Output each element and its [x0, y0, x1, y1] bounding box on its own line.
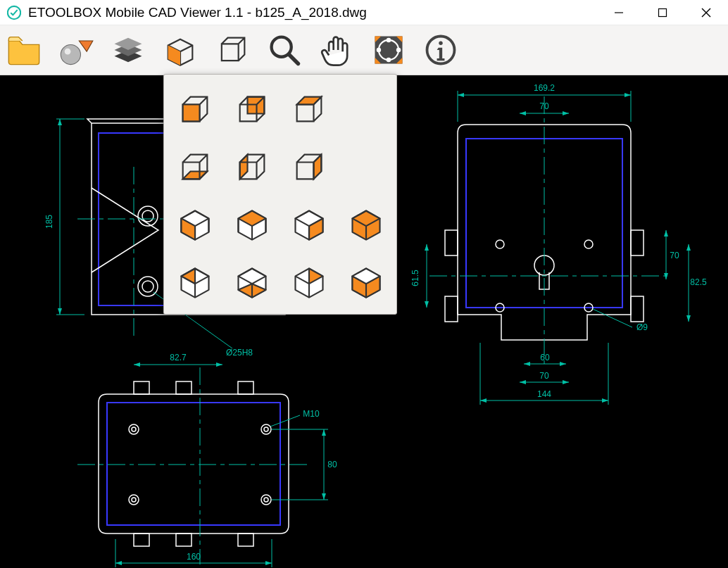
svg-rect-37	[631, 296, 644, 322]
window-title: ETOOLBOX Mobile CAD Viewer 1.1 - b125_A_…	[28, 5, 367, 20]
svg-point-11	[387, 58, 391, 63]
svg-rect-56	[238, 381, 253, 394]
dim-label: 80	[327, 460, 337, 469]
view-option-top[interactable]	[282, 82, 335, 137]
svg-line-71	[270, 415, 300, 427]
view-iso-se[interactable]	[282, 255, 335, 310]
layers-button[interactable]	[107, 29, 149, 71]
view-iso-nw[interactable]	[168, 197, 221, 252]
iso-views-popup	[163, 74, 397, 315]
view-option-back[interactable]	[225, 82, 278, 137]
sphere-icon	[58, 32, 94, 68]
svg-rect-57	[134, 534, 149, 546]
svg-point-19	[142, 210, 153, 222]
cube-wire-icon	[214, 32, 251, 68]
svg-point-15	[439, 42, 442, 45]
toolbar	[0, 25, 728, 75]
svg-point-63	[264, 427, 268, 431]
dim-label: 144	[537, 389, 551, 399]
iso-views-button[interactable]	[211, 29, 253, 71]
hand-icon	[318, 32, 355, 68]
close-button[interactable]	[684, 0, 728, 25]
dim-label: 185	[44, 215, 54, 229]
view-iso-n[interactable]	[225, 197, 278, 252]
dim-label: 82.5	[690, 277, 707, 287]
orbit-button[interactable]	[368, 29, 410, 71]
svg-point-21	[142, 281, 153, 292]
svg-point-30	[584, 240, 593, 248]
svg-point-67	[264, 498, 268, 502]
open-file-button[interactable]	[3, 29, 45, 71]
view-option-bottom[interactable]	[168, 139, 221, 194]
svg-rect-36	[445, 296, 458, 322]
svg-point-5	[61, 44, 80, 64]
svg-point-65	[132, 498, 136, 502]
3d-view-button[interactable]	[159, 29, 201, 71]
render-mode-button[interactable]	[55, 29, 97, 71]
view-iso-ne[interactable]	[282, 197, 335, 252]
info-button[interactable]	[420, 29, 462, 71]
view-option-right[interactable]	[282, 139, 335, 194]
dim-label: 60	[540, 353, 550, 362]
view-option-front[interactable]	[168, 82, 221, 137]
pan-button[interactable]	[315, 29, 358, 71]
svg-point-12	[377, 48, 382, 53]
view-iso-s[interactable]	[225, 255, 278, 310]
svg-rect-35	[631, 230, 644, 255]
view-option-left[interactable]	[225, 139, 278, 194]
dim-label: 70	[670, 251, 679, 260]
svg-rect-34	[445, 230, 458, 255]
view-iso-full[interactable]	[339, 197, 392, 252]
dim-label: 70	[539, 371, 549, 381]
svg-point-62	[261, 424, 271, 434]
titlebar: ETOOLBOX Mobile CAD Viewer 1.1 - b125_A_…	[0, 0, 728, 25]
dim-label: 160	[187, 552, 201, 562]
view-iso-e[interactable]	[339, 255, 392, 310]
maximize-button[interactable]	[641, 0, 684, 25]
app-icon	[7, 6, 21, 20]
svg-point-10	[387, 38, 391, 43]
svg-point-64	[129, 495, 139, 505]
dim-label: M10	[303, 409, 320, 419]
view-iso-sw[interactable]	[168, 255, 221, 310]
dim-label: 169.2	[534, 83, 555, 93]
svg-point-13	[396, 48, 401, 53]
dim-label: Ø9	[636, 322, 648, 332]
minimize-button[interactable]	[597, 0, 641, 25]
svg-rect-2	[659, 8, 667, 16]
dim-label: Ø25H8	[226, 348, 253, 358]
folder-icon	[6, 32, 42, 68]
zoom-button[interactable]	[263, 29, 306, 71]
svg-point-66	[261, 495, 271, 505]
dim-label: 61.5	[410, 270, 420, 286]
svg-rect-54	[134, 381, 149, 394]
svg-rect-59	[238, 534, 253, 546]
info-icon	[422, 32, 459, 68]
orbit-icon	[370, 32, 407, 68]
magnifier-icon	[266, 32, 303, 68]
svg-rect-53	[107, 403, 280, 525]
svg-rect-55	[176, 381, 192, 394]
dim-label: 70	[539, 101, 549, 111]
svg-point-6	[65, 49, 71, 55]
svg-line-47	[593, 309, 632, 327]
cube-solid-icon	[162, 32, 199, 68]
dim-label: 82.7	[170, 353, 187, 362]
svg-line-8	[289, 55, 299, 64]
svg-rect-58	[176, 534, 192, 546]
layers-icon	[110, 32, 146, 68]
svg-point-61	[132, 427, 136, 431]
svg-point-29	[496, 240, 504, 248]
svg-point-60	[129, 424, 139, 434]
